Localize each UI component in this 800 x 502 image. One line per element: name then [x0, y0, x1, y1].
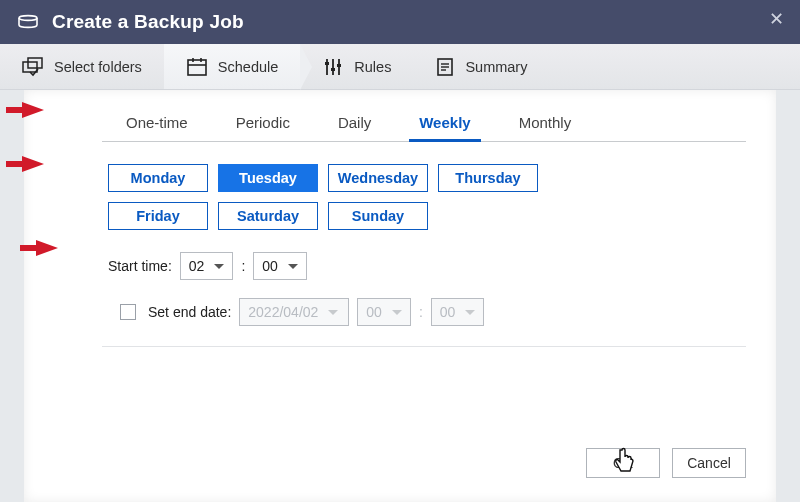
end-hour-select[interactable]: 00 [357, 298, 411, 326]
tab-one-time[interactable]: One-time [122, 108, 192, 141]
annotation-arrow-icon [36, 240, 58, 256]
start-time-label: Start time: [108, 258, 172, 274]
svg-rect-2 [28, 58, 42, 68]
step-label: Schedule [218, 59, 278, 75]
svg-point-0 [19, 16, 37, 21]
end-date-row: Set end date: 2022/04/02 00 : 00 [102, 298, 746, 326]
folders-icon [22, 57, 44, 77]
tab-daily[interactable]: Daily [334, 108, 375, 141]
svg-rect-1 [23, 62, 37, 72]
day-sunday[interactable]: Sunday [328, 202, 428, 230]
day-thursday[interactable]: Thursday [438, 164, 538, 192]
day-friday[interactable]: Friday [108, 202, 208, 230]
sliders-icon [322, 57, 344, 77]
start-hour-value: 02 [189, 258, 205, 274]
day-wednesday[interactable]: Wednesday [328, 164, 428, 192]
schedule-panel: One-time Periodic Daily Weekly Monthly M… [24, 90, 776, 502]
svg-rect-3 [188, 60, 206, 75]
schedule-tabs: One-time Periodic Daily Weekly Monthly [102, 108, 746, 142]
svg-rect-10 [325, 62, 329, 65]
tab-periodic[interactable]: Periodic [232, 108, 294, 141]
end-minute-select[interactable]: 00 [431, 298, 485, 326]
step-label: Select folders [54, 59, 142, 75]
day-saturday[interactable]: Saturday [218, 202, 318, 230]
chevron-down-icon [465, 310, 475, 315]
tab-weekly[interactable]: Weekly [415, 108, 474, 141]
annotation-arrow-icon [22, 102, 44, 118]
chevron-down-icon [328, 310, 338, 315]
end-date-value: 2022/04/02 [248, 304, 318, 320]
day-selector: Monday Tuesday Wednesday Thursday Friday… [102, 164, 622, 230]
step-bar: Select folders Schedule Rules Summary [0, 44, 800, 90]
nas-icon [16, 12, 40, 32]
svg-rect-11 [331, 68, 335, 71]
chevron-down-icon [214, 264, 224, 269]
step-select-folders[interactable]: Select folders [0, 44, 164, 89]
time-colon: : [419, 304, 423, 320]
step-label: Rules [354, 59, 391, 75]
chevron-down-icon [288, 264, 298, 269]
cancel-button[interactable]: Cancel [672, 448, 746, 478]
divider [102, 346, 746, 347]
start-time-row: Start time: 02 : 00 [102, 252, 746, 280]
step-label: Summary [465, 59, 527, 75]
document-icon [435, 57, 455, 77]
end-date-label: Set end date: [148, 304, 231, 320]
end-minute-value: 00 [440, 304, 456, 320]
end-date-checkbox[interactable] [120, 304, 136, 320]
end-hour-value: 00 [366, 304, 382, 320]
start-hour-select[interactable]: 02 [180, 252, 234, 280]
step-summary[interactable]: Summary [413, 44, 549, 89]
day-tuesday[interactable]: Tuesday [218, 164, 318, 192]
titlebar: Create a Backup Job ✕ [0, 0, 800, 44]
svg-rect-12 [337, 64, 341, 67]
ok-button[interactable]: OK [586, 448, 660, 478]
close-icon[interactable]: ✕ [769, 8, 784, 30]
tab-monthly[interactable]: Monthly [515, 108, 576, 141]
end-date-select[interactable]: 2022/04/02 [239, 298, 349, 326]
time-colon: : [241, 258, 245, 274]
dialog-footer: OK Cancel [586, 448, 746, 478]
step-schedule[interactable]: Schedule [164, 44, 300, 89]
chevron-down-icon [392, 310, 402, 315]
start-minute-value: 00 [262, 258, 278, 274]
step-rules[interactable]: Rules [300, 44, 413, 89]
calendar-icon [186, 57, 208, 77]
day-monday[interactable]: Monday [108, 164, 208, 192]
annotation-arrow-icon [22, 156, 44, 172]
title: Create a Backup Job [52, 11, 244, 33]
start-minute-select[interactable]: 00 [253, 252, 307, 280]
